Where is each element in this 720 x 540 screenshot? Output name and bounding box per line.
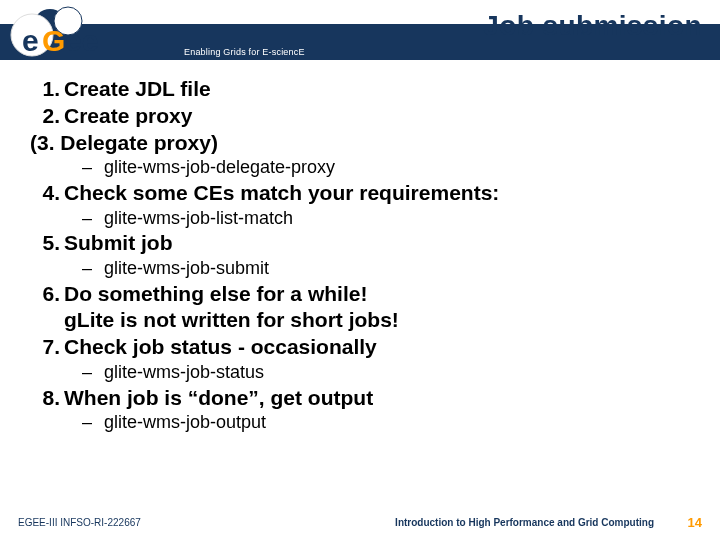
sub-list-text: glite-wms-job-submit: [104, 257, 269, 280]
dash-icon: –: [82, 411, 92, 434]
sub-list-item: –glite-wms-job-status: [82, 361, 680, 384]
list-item: 4.Check some CEs match your requirements…: [26, 180, 680, 206]
list-item: 6.Do something else for a while!: [26, 281, 680, 307]
footer-course-title: Introduction to High Performance and Gri…: [395, 517, 654, 528]
list-item: 1.Create JDL file: [26, 76, 680, 102]
svg-text:e: e: [22, 24, 39, 57]
dash-icon: –: [82, 156, 92, 179]
list-number: 8.: [26, 385, 64, 411]
list-number: [26, 307, 64, 333]
list-text: Create proxy: [64, 103, 192, 129]
list-text: Check some CEs match your requirements:: [64, 180, 499, 206]
sub-list-text: glite-wms-job-output: [104, 411, 266, 434]
list-number: 5.: [26, 230, 64, 256]
sub-list-item: –glite-wms-job-list-match: [82, 207, 680, 230]
slide: Enabling Grids for E-sciencE Job submiss…: [0, 0, 720, 540]
footer: EGEE-III INFSO-RI-222667 Introduction to…: [0, 514, 720, 530]
list-text: Submit job: [64, 230, 173, 256]
dash-icon: –: [82, 257, 92, 280]
list-item: 8.When job is “done”, get output: [26, 385, 680, 411]
list-item: 5.Submit job: [26, 230, 680, 256]
sub-list-item: –glite-wms-job-submit: [82, 257, 680, 280]
list-number: 7.: [26, 334, 64, 360]
dash-icon: –: [82, 361, 92, 384]
footer-left: EGEE-III INFSO-RI-222667: [18, 517, 141, 528]
list-text: When job is “done”, get output: [64, 385, 373, 411]
list-item: (3. Delegate proxy): [26, 130, 680, 156]
sub-list-text: glite-wms-job-list-match: [104, 207, 293, 230]
svg-text:G: G: [42, 24, 65, 57]
sub-list-item: –glite-wms-job-delegate-proxy: [82, 156, 680, 179]
page-title: Job submission: [483, 10, 702, 42]
sub-list-item: –glite-wms-job-output: [82, 411, 680, 434]
list-number: 1.: [26, 76, 64, 102]
list-text: Create JDL file: [64, 76, 211, 102]
list-item: gLite is not written for short jobs!: [26, 307, 680, 333]
list-number: 2.: [26, 103, 64, 129]
dash-icon: –: [82, 207, 92, 230]
page-number: 14: [688, 515, 702, 530]
list-text: Do something else for a while!: [64, 281, 367, 307]
list-item: 7.Check job status - occasionally: [26, 334, 680, 360]
content-body: 1.Create JDL file 2.Create proxy (3. Del…: [26, 76, 680, 435]
egee-logo: e G ee: [10, 6, 165, 64]
sub-list-text: glite-wms-job-delegate-proxy: [104, 156, 335, 179]
list-number: 4.: [26, 180, 64, 206]
list-text: Check job status - occasionally: [64, 334, 377, 360]
list-number: 6.: [26, 281, 64, 307]
list-text: (3. Delegate proxy): [26, 130, 218, 156]
list-text: gLite is not written for short jobs!: [64, 307, 399, 333]
header-tagline: Enabling Grids for E-sciencE: [184, 47, 305, 57]
sub-list-text: glite-wms-job-status: [104, 361, 264, 384]
svg-text:ee: ee: [65, 24, 98, 57]
list-item: 2.Create proxy: [26, 103, 680, 129]
